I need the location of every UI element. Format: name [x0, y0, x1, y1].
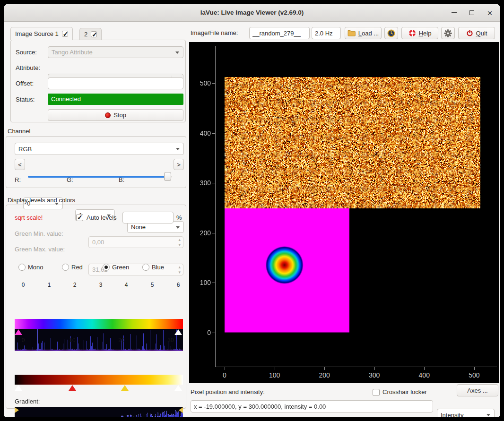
- load-button[interactable]: Load ...: [345, 27, 382, 39]
- spin-up-icon[interactable]: ▴: [178, 237, 181, 242]
- levels-panel: sqrt scale! Auto levels % Green Min. val…: [6, 205, 186, 409]
- x-tick-label: 100: [269, 371, 280, 379]
- display-mode-value: Intensity: [441, 412, 463, 418]
- hist2-tick: 20: [118, 337, 124, 344]
- minimize-icon: [452, 12, 457, 13]
- green-max-label: Green Max. value:: [15, 243, 65, 255]
- spin-arrows-icon[interactable]: ▴▾: [178, 237, 181, 248]
- level2-min-handle-icon[interactable]: [15, 407, 19, 413]
- y-tick-label: 200: [191, 229, 211, 237]
- close-button[interactable]: ×: [483, 6, 496, 19]
- tab-image-source-2[interactable]: 2: [79, 28, 102, 40]
- level2-max-handle-icon[interactable]: [179, 407, 183, 413]
- radio-green-label: Green: [112, 263, 129, 272]
- x-tick-mark: [324, 367, 325, 370]
- folder-icon: [348, 30, 356, 36]
- tab-image-source-1[interactable]: Image Source 1: [10, 27, 73, 40]
- spin-down-icon[interactable]: ▾: [178, 242, 181, 248]
- hist1-tick: 0: [22, 282, 25, 288]
- channel-prev-label: <: [18, 161, 22, 168]
- file-name-label: Image/File name:: [191, 27, 238, 39]
- radio-green[interactable]: [103, 264, 110, 271]
- settings-button[interactable]: [441, 27, 455, 39]
- tab1-enabled-checkbox[interactable]: [62, 31, 68, 37]
- pixel-position-value[interactable]: [191, 400, 433, 412]
- auto-levels-factor-input[interactable]: [122, 212, 174, 223]
- radio-blue[interactable]: [142, 264, 149, 271]
- spin-up-icon[interactable]: ▴: [178, 265, 181, 270]
- axes-button[interactable]: Axes ...: [457, 384, 498, 396]
- hist2-tick: 30: [167, 337, 174, 344]
- x-axis: [215, 367, 497, 367]
- maximize-button[interactable]: [465, 6, 478, 19]
- channel-slider[interactable]: [28, 171, 172, 182]
- quit-icon: [466, 30, 473, 37]
- x-tick-label: 500: [469, 371, 479, 379]
- auto-levels-checkbox[interactable]: [76, 214, 83, 221]
- y-tick-label: 0: [191, 328, 211, 337]
- crosshair-locker-checkbox[interactable]: [373, 389, 380, 396]
- radio-red-label: Red: [71, 263, 83, 272]
- channel-section-label: Channel: [8, 128, 30, 135]
- tab-image-source-2-label: 2: [84, 31, 87, 38]
- source-select[interactable]: Tango Attribute: [48, 46, 183, 58]
- gradient2-marker-yellow-icon[interactable]: [121, 385, 129, 391]
- x-tick-label: 0: [223, 371, 226, 379]
- y-tick-mark: [212, 333, 215, 333]
- x-tick-label: 300: [369, 371, 380, 379]
- x-tick-mark: [474, 367, 475, 370]
- source-label: Source:: [16, 46, 37, 58]
- channel-next-button[interactable]: >: [174, 159, 184, 170]
- y-tick-mark: [212, 183, 215, 183]
- channel-slider-handle[interactable]: [164, 172, 171, 181]
- hist1-tick: 6: [177, 282, 180, 288]
- gradient2-marker-white-left-icon[interactable]: [15, 385, 22, 391]
- titlebar[interactable]: laVue: Live Image Viewer (v2.69.0) ×: [4, 4, 500, 22]
- green-min-spinbox[interactable]: 0,00 ▴▾: [88, 236, 183, 248]
- frame-rate-button[interactable]: [384, 27, 398, 39]
- offset-input[interactable]: [48, 77, 183, 89]
- channel-mode-select[interactable]: RGB: [15, 143, 184, 155]
- display-mode-select[interactable]: Intensity: [437, 409, 495, 417]
- histogram-2[interactable]: [15, 407, 183, 417]
- channel-prev-button[interactable]: <: [15, 159, 25, 170]
- gradient-bar-1: [15, 319, 183, 329]
- status-label: Status:: [16, 94, 35, 105]
- x-tick-mark: [225, 367, 225, 370]
- refresh-rate-input[interactable]: [312, 27, 341, 39]
- tab2-enabled-checkbox[interactable]: [91, 31, 97, 37]
- radio-mono[interactable]: [18, 264, 26, 271]
- gradient2-marker-white-right-icon[interactable]: [174, 385, 182, 391]
- y-tick-mark: [212, 283, 215, 283]
- source-select-value: Tango Attribute: [52, 49, 93, 56]
- y-tick-label: 100: [191, 278, 211, 287]
- help-icon: [408, 29, 416, 37]
- spin-arrows-icon[interactable]: ▴▾: [178, 265, 181, 275]
- pixel-position-label: Pixel position and intensity:: [191, 386, 265, 398]
- file-name-input[interactable]: [249, 27, 310, 39]
- plot-image[interactable]: [225, 77, 480, 333]
- stop-button[interactable]: Stop: [48, 109, 183, 121]
- quit-button[interactable]: Quit: [458, 27, 495, 39]
- y-tick-mark: [212, 233, 215, 233]
- minimize-button[interactable]: [447, 6, 461, 19]
- channel-slider-fill: [28, 176, 167, 178]
- y-axis: [215, 46, 216, 367]
- spin-down-icon[interactable]: ▾: [178, 270, 181, 275]
- x-tick-mark: [374, 367, 375, 370]
- radio-red[interactable]: [62, 264, 69, 271]
- plot-area[interactable]: 01002003004005000100200300400500: [189, 42, 499, 383]
- help-button-label: Help: [419, 30, 432, 37]
- window-controls: ×: [447, 4, 496, 22]
- gradient1-marker-white-icon[interactable]: [174, 329, 182, 335]
- g-label: G:: [67, 174, 73, 186]
- levels-section-label: Display levels and colors: [8, 197, 75, 204]
- gradient2-marker-red-icon[interactable]: [69, 385, 76, 391]
- gradient1-marker-magenta-icon[interactable]: [15, 329, 22, 335]
- help-button[interactable]: Help: [401, 27, 438, 39]
- gradient-bar-2: [15, 375, 183, 385]
- channel-next-label: >: [177, 161, 181, 168]
- green-min-label: Green Min. value:: [15, 228, 63, 240]
- x-tick-mark: [275, 367, 275, 370]
- app-window: laVue: Live Image Viewer (v2.69.0) × Ima…: [4, 4, 500, 417]
